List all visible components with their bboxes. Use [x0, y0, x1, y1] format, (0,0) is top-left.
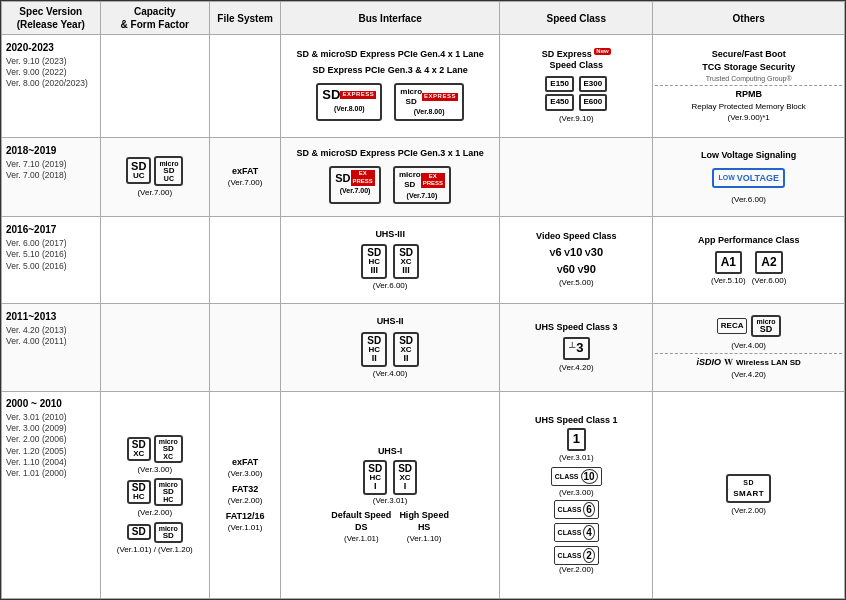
a1-badge: A1: [715, 251, 742, 274]
lv-badge: LOW VOLTAGE: [712, 168, 785, 189]
microsd-ex-logo-2018: microSD EXPRESS (Ver.7.10): [393, 166, 451, 204]
microxc-logo: micro SD XC: [154, 435, 183, 463]
header-spec: Spec Version (Release Year): [2, 2, 101, 35]
uhs1-badge: 1: [567, 428, 586, 451]
capacity-cell-2016: [100, 217, 209, 303]
sdxc2-logo: SD XC II: [393, 332, 419, 367]
microsduc-logo: micro SD UC: [154, 156, 183, 186]
others-cell-2016: App Performance Class A1 (Ver.5.10) A2 (…: [653, 217, 845, 303]
capacity-cell-2011: [100, 303, 209, 392]
isdio-label: iSDIO: [697, 356, 722, 369]
sd-express-logo: SD EXPRESS (Ver.8.00): [316, 83, 382, 121]
a2-badge: A2: [755, 251, 782, 274]
reca-badge: RECA: [717, 318, 748, 333]
sdxc-logo: SD XC: [127, 437, 151, 461]
main-table-container: Spec Version (Release Year) Capacity& Fo…: [0, 0, 846, 600]
speed-cell-2011: UHS Speed Class 3 ┴3 (Ver.4.20): [500, 303, 653, 392]
fs-cell-2016: [210, 217, 281, 303]
others-cell-2011: RECA micro SD (Ver.4.00) iSDIO 𝐖 Wireles…: [653, 303, 845, 392]
table-row: 2011~2013 Ver. 4.20 (2013) Ver. 4.00 (20…: [2, 303, 845, 392]
fs-cell-2020: [210, 35, 281, 138]
spec-cell-2018: 2018~2019 Ver. 7.10 (2019) Ver. 7.00 (20…: [2, 137, 101, 217]
microsd-logo-2011: micro SD: [751, 315, 780, 337]
capacity-cell-2020: [100, 35, 209, 138]
spec-cell-2016: 2016~2017 Ver. 6.00 (2017) Ver. 5.10 (20…: [2, 217, 101, 303]
capacity-cell-2000: SD XC micro SD XC (Ver.3.00) SD: [100, 392, 209, 599]
bus-cell-2016: UHS-III SD HC III SD XC III: [281, 217, 500, 303]
table-row: 2016~2017 Ver. 6.00 (2017) Ver. 5.10 (20…: [2, 217, 845, 303]
fs-cell-2018: exFAT (Ver.7.00): [210, 137, 281, 217]
speed-cell-2020: SD Express NewSpeed Class E150 E300 E450…: [500, 35, 653, 138]
header-others: Others: [653, 2, 845, 35]
sdhc2-logo: SD HC II: [361, 332, 387, 367]
uhs3-badge: ┴3: [563, 337, 590, 360]
table-row: 2018~2019 Ver. 7.10 (2019) Ver. 7.00 (20…: [2, 137, 845, 217]
class6-badge: CLASS 6: [554, 500, 599, 519]
microsd-logo: micro SD: [154, 522, 183, 543]
speed-cell-2000: UHS Speed Class 1 1 (Ver.3.01) CLASS 10 …: [500, 392, 653, 599]
sdhc3-logo: SD HC III: [361, 244, 387, 279]
header-capacity: Capacity& Form Factor: [100, 2, 209, 35]
class2-badge: CLASS 2: [554, 546, 599, 565]
microhc-logo: micro SD HC: [154, 478, 183, 506]
others-cell-2000: SD SMART (Ver.2.00): [653, 392, 845, 599]
fs-cell-2000: exFAT (Ver.3.00) FAT32 (Ver.2.00) FAT12/…: [210, 392, 281, 599]
header-speed: Speed Class: [500, 2, 653, 35]
sdhc-logo: SD HC: [127, 480, 151, 504]
sd-smart-badge: SD SMART: [726, 474, 771, 503]
fs-cell-2011: [210, 303, 281, 392]
sduc-logo: SD UC: [126, 157, 151, 184]
table-row: 2000 ~ 2010 Ver. 3.01 (2010) Ver. 3.00 (…: [2, 392, 845, 599]
others-cell-2020: Secure/Fast Boot TCG Storage Security Tr…: [653, 35, 845, 138]
sdxc1-logo: SD XC I: [393, 460, 417, 495]
sd-ex-logo-2018: SD EXPRESS (Ver.7.00): [329, 166, 381, 204]
table-row: 2020-2023 Ver. 9.10 (2023) Ver. 9.00 (20…: [2, 35, 845, 138]
sd-logo: SD: [127, 524, 151, 540]
spec-cell-2020: 2020-2023 Ver. 9.10 (2023) Ver. 9.00 (20…: [2, 35, 101, 138]
spec-cell-2000: 2000 ~ 2010 Ver. 3.01 (2010) Ver. 3.00 (…: [2, 392, 101, 599]
others-cell-2018: Low Voltage Signaling LOW VOLTAGE (Ver.6…: [653, 137, 845, 217]
bus-cell-2011: UHS-II SD HC II SD XC II (Ver.4.: [281, 303, 500, 392]
class4-badge: CLASS 4: [554, 523, 599, 542]
bus-cell-2020: SD & microSD Express PCIe Gen.4 x 1 Lane…: [281, 35, 500, 138]
header-fs: File System: [210, 2, 281, 35]
speed-cell-2016: Video Speed Class V6 V10 V30 V60 V90 (Ve…: [500, 217, 653, 303]
bus-cell-2000: UHS-I SD HC I SD XC I (Ver.3.01): [281, 392, 500, 599]
header-bus: Bus Interface: [281, 2, 500, 35]
sdxc3-logo: SD XC III: [393, 244, 419, 279]
capacity-cell-2018: SD UC micro SD UC (Ver.7.00): [100, 137, 209, 217]
sdhc1-logo: SD HC I: [363, 460, 387, 495]
speed-cell-2018: [500, 137, 653, 217]
microsd-express-logo: microSD EXPRESS (Ver.8.00): [394, 83, 464, 121]
bus-cell-2018: SD & microSD Express PCIe Gen.3 x 1 Lane…: [281, 137, 500, 217]
class10-badge: CLASS 10: [551, 467, 602, 486]
spec-cell-2011: 2011~2013 Ver. 4.20 (2013) Ver. 4.00 (20…: [2, 303, 101, 392]
